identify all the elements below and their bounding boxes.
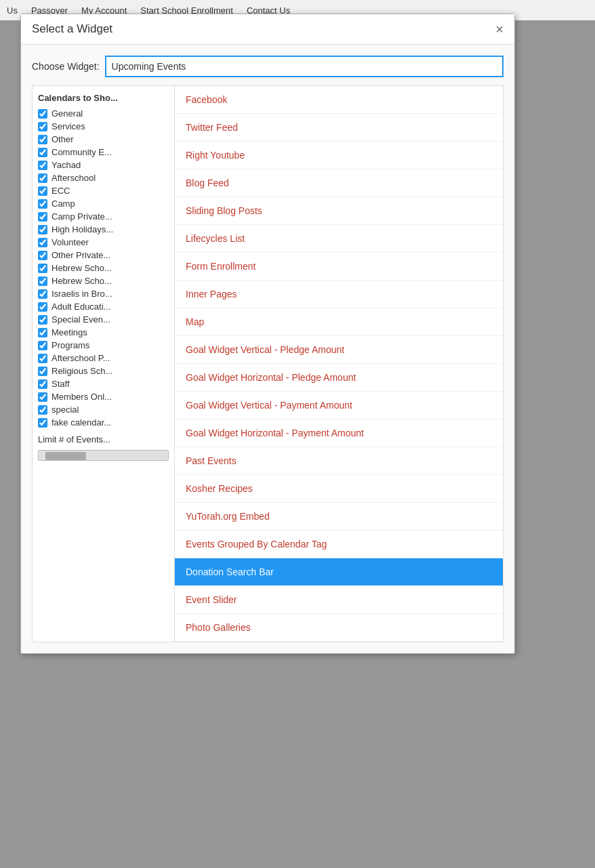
calendar-label-other: Other: [52, 134, 74, 144]
calendar-label-high-holidays: High Holidays...: [52, 224, 113, 234]
calendar-item-high-holidays: High Holidays...: [38, 224, 169, 234]
dropdown-item-right-youtube[interactable]: Right Youtube: [175, 142, 503, 169]
calendar-item-yachad: Yachad: [38, 160, 169, 170]
dropdown-item-event-slider[interactable]: Event Slider: [175, 586, 503, 614]
calendar-item-afterschool-p: Afterschool P...: [38, 353, 169, 363]
calendar-checkbox-members-only[interactable]: [38, 392, 47, 402]
calendar-item-programs: Programs: [38, 340, 169, 350]
calendar-checkbox-ecc[interactable]: [38, 186, 47, 196]
calendar-checkbox-fake-calendar[interactable]: [38, 418, 47, 428]
dropdown-item-donation-search-bar[interactable]: Donation Search Bar: [175, 558, 503, 586]
calendar-item-members-only: Members Onl...: [38, 392, 169, 402]
calendar-label-camp-private: Camp Private...: [52, 211, 112, 222]
calendar-item-adult-educati: Adult Educati...: [38, 302, 169, 312]
calendar-checkbox-general[interactable]: [38, 109, 47, 119]
calendar-item-community: Community E...: [38, 147, 169, 157]
calendar-label-ecc: ECC: [52, 186, 70, 196]
calendar-checkbox-programs[interactable]: [38, 341, 47, 350]
calendar-label-israelis-bro: Israelis in Bro...: [52, 289, 112, 299]
dropdown-item-goal-widget-horizontal-payment[interactable]: Goal Widget Horizontal - Payment Amount: [175, 419, 503, 447]
dropdown-item-lifecycles-list[interactable]: Lifecycles List: [175, 225, 503, 253]
calendar-item-hebrew-scho1: Hebrew Scho...: [38, 263, 169, 273]
dropdown-item-photo-galleries[interactable]: Photo Galleries: [175, 614, 503, 642]
calendar-checkbox-staff[interactable]: [38, 379, 47, 389]
calendar-checkbox-hebrew-scho2[interactable]: [38, 276, 47, 286]
calendar-checkbox-camp[interactable]: [38, 199, 47, 209]
choose-widget-input[interactable]: [105, 56, 504, 77]
calendar-checkbox-special-even[interactable]: [38, 315, 47, 325]
horizontal-scrollbar[interactable]: [38, 450, 169, 461]
scrollbar-thumb: [45, 452, 86, 460]
modal-header: Select a Widget ×: [21, 14, 514, 45]
calendar-label-other-private: Other Private...: [52, 250, 110, 260]
calendar-label-adult-educati: Adult Educati...: [52, 302, 110, 312]
calendars-title: Calendars to Sho...: [38, 93, 169, 103]
modal-title: Select a Widget: [32, 22, 112, 36]
calendar-checkbox-yachad[interactable]: [38, 161, 47, 170]
calendar-item-camp: Camp: [38, 199, 169, 209]
calendar-item-israelis-bro: Israelis in Bro...: [38, 289, 169, 299]
choose-widget-row: Choose Widget:: [32, 56, 504, 77]
dropdown-item-blog-feed[interactable]: Blog Feed: [175, 169, 503, 197]
calendar-label-community: Community E...: [52, 147, 112, 157]
dropdown-items-container: FacebookTwitter FeedRight YoutubeBlog Fe…: [175, 86, 503, 642]
calendar-item-services: Services: [38, 121, 169, 131]
calendar-label-services: Services: [52, 121, 85, 131]
dropdown-item-goal-widget-vertical-pledge[interactable]: Goal Widget Vertical - Pledge Amount: [175, 336, 503, 364]
dropdown-item-past-events[interactable]: Past Events: [175, 447, 503, 475]
calendar-label-hebrew-scho2: Hebrew Scho...: [52, 276, 112, 286]
calendar-checkbox-other-private[interactable]: [38, 251, 47, 260]
dropdown-item-inner-pages[interactable]: Inner Pages: [175, 281, 503, 308]
calendar-checkbox-religious-sch[interactable]: [38, 367, 47, 376]
calendars-panel: Calendars to Sho... GeneralServicesOther…: [33, 86, 175, 642]
calendar-item-meetings: Meetings: [38, 327, 169, 337]
dropdown-item-map[interactable]: Map: [175, 308, 503, 336]
calendar-checkbox-volunteer[interactable]: [38, 238, 47, 247]
dropdown-item-facebook[interactable]: Facebook: [175, 86, 503, 114]
limit-label: Limit # of Events...: [38, 434, 110, 445]
dropdown-item-yutorah-embed[interactable]: YuTorah.org Embed: [175, 503, 503, 531]
calendar-checkbox-community[interactable]: [38, 148, 47, 157]
modal-close-button[interactable]: ×: [495, 22, 504, 36]
calendar-label-special-even: Special Even...: [52, 314, 110, 325]
dropdown-item-twitter-feed[interactable]: Twitter Feed: [175, 114, 503, 142]
dropdown-item-goal-widget-vertical-payment[interactable]: Goal Widget Vertical - Payment Amount: [175, 392, 503, 419]
calendar-label-yachad: Yachad: [52, 160, 81, 170]
dropdown-item-kosher-recipes[interactable]: Kosher Recipes: [175, 475, 503, 503]
widget-dropdown-list[interactable]: FacebookTwitter FeedRight YoutubeBlog Fe…: [175, 86, 503, 642]
calendar-label-volunteer: Volunteer: [52, 237, 89, 247]
calendar-label-staff: Staff: [52, 379, 70, 389]
calendar-checkbox-other[interactable]: [38, 135, 47, 144]
calendar-label-members-only: Members Onl...: [52, 392, 112, 402]
calendar-checkbox-camp-private[interactable]: [38, 212, 47, 222]
calendar-label-afterschool: Afterschool: [52, 173, 96, 183]
calendar-checkbox-services[interactable]: [38, 122, 47, 131]
dropdown-item-goal-widget-horizontal-pledge[interactable]: Goal Widget Horizontal - Pledge Amount: [175, 364, 503, 392]
calendar-label-afterschool-p: Afterschool P...: [52, 353, 110, 363]
dropdown-item-form-enrollment[interactable]: Form Enrollment: [175, 253, 503, 281]
calendar-checkbox-meetings[interactable]: [38, 328, 47, 337]
select-widget-modal: Select a Widget × Choose Widget: Calenda…: [20, 14, 515, 654]
calendar-label-special: special: [52, 405, 79, 415]
calendar-label-meetings: Meetings: [52, 327, 87, 337]
calendar-item-staff: Staff: [38, 379, 169, 389]
calendar-label-camp: Camp: [52, 199, 75, 209]
calendar-checkbox-special[interactable]: [38, 405, 47, 415]
dropdown-item-sliding-blog-posts[interactable]: Sliding Blog Posts: [175, 197, 503, 225]
calendar-item-other-private: Other Private...: [38, 250, 169, 260]
calendar-checkbox-adult-educati[interactable]: [38, 302, 47, 312]
calendar-label-programs: Programs: [52, 340, 89, 350]
calendar-checkbox-israelis-bro[interactable]: [38, 289, 47, 299]
calendar-label-hebrew-scho1: Hebrew Scho...: [52, 263, 112, 273]
calendar-label-general: General: [52, 108, 83, 119]
dropdown-item-events-grouped-by-calendar-tag[interactable]: Events Grouped By Calendar Tag: [175, 531, 503, 558]
calendar-checkbox-high-holidays[interactable]: [38, 225, 47, 234]
calendar-checkbox-afterschool[interactable]: [38, 173, 47, 183]
calendar-item-special-even: Special Even...: [38, 314, 169, 325]
calendar-item-afterschool: Afterschool: [38, 173, 169, 183]
calendar-item-religious-sch: Religious Sch...: [38, 366, 169, 376]
nav-item-1: Us: [7, 5, 18, 16]
calendar-checkbox-hebrew-scho1[interactable]: [38, 264, 47, 273]
calendar-checkbox-afterschool-p[interactable]: [38, 354, 47, 363]
calendar-item-camp-private: Camp Private...: [38, 211, 169, 222]
